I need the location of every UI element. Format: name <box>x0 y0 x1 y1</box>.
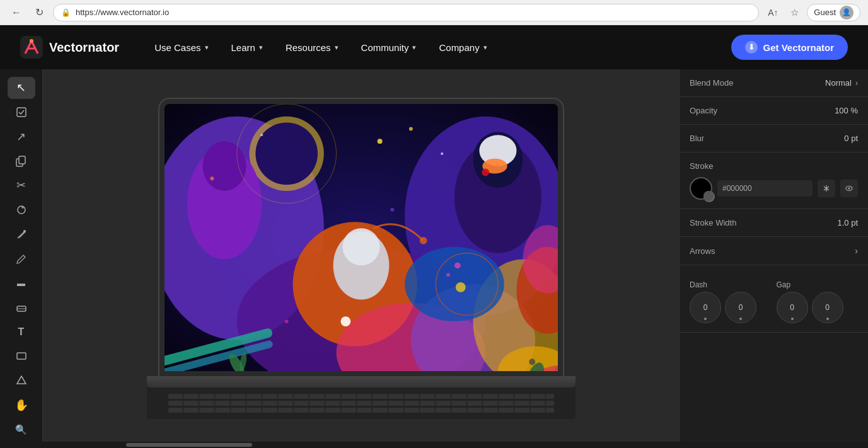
nav-use-cases[interactable]: Use Cases ▾ <box>144 37 218 58</box>
opacity-value: 100 % <box>835 106 858 115</box>
browser-actions: A↑ ☆ Guest 👤 <box>764 4 860 21</box>
stroke-mirror-button[interactable] <box>818 180 835 197</box>
checkbox-tool-button[interactable] <box>8 101 35 123</box>
url-text: https://www.vectornator.io <box>76 8 169 17</box>
stroke-label: Stroke <box>690 161 714 171</box>
dash-dial-2[interactable]: 0 <box>725 292 756 323</box>
logo-icon <box>20 36 43 59</box>
svg-rect-2 <box>17 108 26 117</box>
svg-rect-9 <box>17 353 26 359</box>
opacity-label: Opacity <box>690 106 717 115</box>
keyboard-row <box>168 408 554 413</box>
blend-mode-section: Blend Mode Normal › <box>680 69 868 97</box>
mirror-icon <box>822 184 831 193</box>
eraser-tool-button[interactable] <box>8 297 35 319</box>
nav-resources[interactable]: Resources ▾ <box>275 37 349 58</box>
nav-learn[interactable]: Learn ▾ <box>221 37 273 58</box>
chevron-down-icon: ▾ <box>483 43 487 52</box>
direct-select-button[interactable]: ↗ <box>8 125 35 147</box>
nav-community[interactable]: Community ▾ <box>351 37 427 58</box>
gap-dial-1[interactable]: 0 <box>777 292 808 323</box>
stroke-controls: ✏ #000000 <box>690 177 858 200</box>
gap-column: Gap 0 0 <box>777 280 859 323</box>
nav-company[interactable]: Company ▾ <box>429 37 497 58</box>
back-button[interactable]: ← <box>8 4 25 21</box>
stroke-visibility-button[interactable] <box>840 180 858 197</box>
svg-point-5 <box>18 206 25 214</box>
svg-point-44 <box>454 262 460 268</box>
blend-mode-value-area[interactable]: Normal › <box>825 78 858 88</box>
get-vectornator-button[interactable]: ⬇ Get Vectornator <box>731 35 848 60</box>
opacity-row: Opacity 100 % <box>690 106 858 115</box>
stroke-width-label: Stroke Width <box>690 218 736 227</box>
bookmark-button[interactable]: ☆ <box>785 4 803 21</box>
pencil-tool-button[interactable] <box>8 248 35 270</box>
svg-marker-10 <box>17 376 26 384</box>
svg-point-20 <box>202 141 246 191</box>
scrollbar-thumb[interactable] <box>126 443 252 447</box>
blur-row: Blur 0 pt <box>690 134 858 143</box>
svg-point-34 <box>408 127 412 130</box>
svg-point-48 <box>340 316 350 326</box>
select-tool-button[interactable]: ↖ <box>8 77 35 99</box>
rotate-tool-button[interactable] <box>8 199 35 221</box>
arrows-row: Arrows › <box>690 246 858 256</box>
chevron-down-icon: ▾ <box>335 43 339 52</box>
chevron-right-icon[interactable]: › <box>855 246 858 256</box>
shape-tool-button[interactable] <box>8 345 35 367</box>
svg-point-32 <box>405 246 504 321</box>
laptop-screen <box>159 99 563 376</box>
chevron-down-icon: ▾ <box>205 43 209 52</box>
hand-tool-button[interactable]: ✋ <box>8 394 35 416</box>
gap-label: Gap <box>777 280 859 289</box>
stroke-width-row: Stroke Width 1.0 pt <box>690 218 858 227</box>
copy-tool-button[interactable] <box>8 150 35 172</box>
stroke-width-value: 1.0 pt <box>837 218 858 227</box>
laptop-keyboard <box>147 388 576 419</box>
brush-tool-button[interactable]: ▬ <box>8 272 35 294</box>
right-panel: Blend Mode Normal › Opacity 100 % Blur 0… <box>679 69 868 448</box>
blend-mode-row: Blend Mode Normal › <box>690 78 858 88</box>
dash-gap-section: Dash 0 0 Gap 0 <box>680 265 868 333</box>
svg-point-57 <box>848 188 850 190</box>
lock-icon: 🔒 <box>61 8 71 17</box>
gap-dial-2[interactable]: 0 <box>812 292 843 323</box>
dash-column: Dash 0 0 <box>690 280 772 323</box>
svg-point-35 <box>441 152 443 154</box>
svg-point-55 <box>284 319 288 323</box>
address-bar[interactable]: 🔒 https://www.vectornator.io <box>53 4 759 21</box>
zoom-tool-button[interactable]: 🔍 <box>8 418 35 440</box>
refresh-button[interactable]: ↻ <box>30 4 48 21</box>
main-area: ↖ ↗ ✂ ▬ T ✋ 🔍 <box>0 69 868 448</box>
ai-button[interactable]: A↑ <box>764 4 782 21</box>
stroke-color-swatch[interactable]: ✏ <box>690 177 712 200</box>
dash-label: Dash <box>690 280 772 289</box>
guest-button[interactable]: Guest 👤 <box>807 4 860 21</box>
laptop-mockup <box>153 99 569 419</box>
browser-chrome: ← ↻ 🔒 https://www.vectornator.io A↑ ☆ Gu… <box>0 0 868 25</box>
svg-point-36 <box>260 134 263 136</box>
gap-dials: 0 0 <box>777 292 859 323</box>
keyboard-rows <box>168 394 554 413</box>
svg-point-49 <box>455 282 465 292</box>
svg-point-6 <box>23 230 26 233</box>
pencil-icon: ✏ <box>703 191 715 202</box>
stroke-hex-value[interactable]: #000000 <box>717 180 813 197</box>
blur-section: Blur 0 pt <box>680 125 868 152</box>
horizontal-scrollbar[interactable] <box>0 442 868 448</box>
chevron-right-icon: › <box>855 79 858 88</box>
dash-dial-1[interactable]: 0 <box>690 292 721 323</box>
arrows-section: Arrows › <box>680 237 868 265</box>
left-toolbar: ↖ ↗ ✂ ▬ T ✋ 🔍 <box>0 69 43 448</box>
scissors-tool-button[interactable]: ✂ <box>8 175 35 197</box>
blend-mode-label: Blend Mode <box>690 78 733 88</box>
svg-point-1 <box>30 39 33 43</box>
logo-area[interactable]: Vectornator <box>20 36 119 59</box>
logo-text: Vectornator <box>49 40 119 55</box>
ai-icon: A↑ <box>768 8 778 18</box>
laptop-base <box>147 376 576 388</box>
eraser2-tool-button[interactable] <box>8 370 35 392</box>
eye-icon <box>845 184 854 193</box>
pen-tool-button[interactable] <box>8 223 35 245</box>
text-tool-button[interactable]: T <box>8 321 35 343</box>
